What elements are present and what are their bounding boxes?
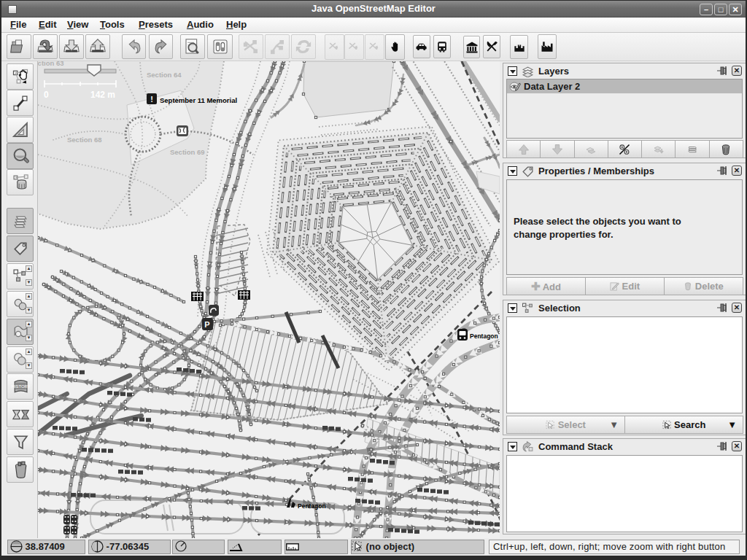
svg-text:Section 64: Section 64 <box>147 71 182 79</box>
svg-text:0: 0 <box>44 90 49 100</box>
svg-text:Section 63: Section 63 <box>38 61 64 67</box>
svg-text:P: P <box>204 320 209 329</box>
svg-text:Section 68: Section 68 <box>67 136 102 144</box>
svg-text:September 11 Memorial: September 11 Memorial <box>160 96 237 104</box>
svg-text:!: ! <box>150 95 153 104</box>
svg-text:HISTORY: HISTORY <box>11 385 29 389</box>
svg-text:142 m: 142 m <box>90 90 115 100</box>
svg-text:Pentagon: Pentagon <box>298 502 326 510</box>
svg-text:Section 69: Section 69 <box>170 148 205 156</box>
svg-text:Pentagon: Pentagon <box>470 332 498 340</box>
